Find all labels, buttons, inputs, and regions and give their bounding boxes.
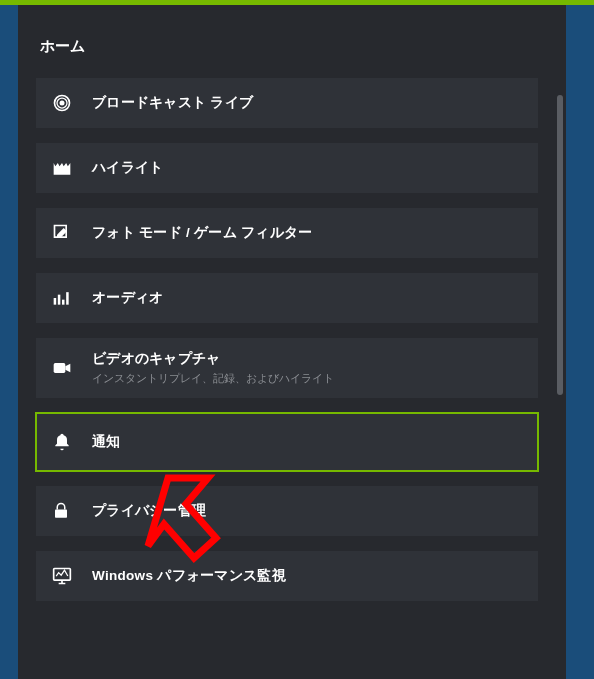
equalizer-icon (52, 288, 78, 308)
item-label: 通知 (92, 433, 121, 451)
bell-icon (52, 432, 78, 452)
settings-panel: ホーム ブロードキャスト ライブ ハイライト フォト モード / ゲーム フィル… (18, 5, 566, 679)
camera-icon (52, 358, 78, 378)
clapper-icon (52, 158, 78, 178)
item-photomode[interactable]: フォト モード / ゲーム フィルター (36, 208, 538, 258)
scrollbar-thumb[interactable] (557, 95, 563, 395)
svg-point-0 (60, 101, 65, 106)
monitor-icon (52, 566, 78, 586)
item-broadcast[interactable]: ブロードキャスト ライブ (36, 78, 538, 128)
lock-icon (52, 501, 78, 521)
item-perfmon[interactable]: Windows パフォーマンス監視 (36, 551, 538, 601)
scrollbar[interactable] (557, 95, 563, 669)
item-capture[interactable]: ビデオのキャプチャ インスタントリプレイ、記録、およびハイライト (36, 338, 538, 398)
item-sublabel: インスタントリプレイ、記録、およびハイライト (92, 371, 334, 386)
item-label: Windows パフォーマンス監視 (92, 567, 286, 585)
edit-icon (52, 223, 78, 243)
svg-rect-7 (55, 510, 67, 518)
item-label: オーディオ (92, 289, 164, 307)
item-label: ハイライト (92, 159, 164, 177)
item-label: ビデオのキャプチャ (92, 350, 334, 368)
svg-rect-6 (54, 363, 66, 373)
svg-rect-2 (54, 298, 57, 305)
item-notify[interactable]: 通知 (36, 413, 538, 471)
svg-rect-5 (66, 292, 69, 305)
item-highlight[interactable]: ハイライト (36, 143, 538, 193)
item-audio[interactable]: オーディオ (36, 273, 538, 323)
svg-rect-3 (58, 295, 61, 305)
item-label: ブロードキャスト ライブ (92, 94, 253, 112)
broadcast-icon (52, 93, 78, 113)
item-label: フォト モード / ゲーム フィルター (92, 224, 312, 242)
svg-rect-4 (62, 300, 65, 305)
item-label: プライバシー管理 (92, 502, 206, 520)
page-title: ホーム (40, 37, 548, 56)
item-privacy[interactable]: プライバシー管理 (36, 486, 538, 536)
settings-list: ブロードキャスト ライブ ハイライト フォト モード / ゲーム フィルター オ… (36, 78, 548, 601)
